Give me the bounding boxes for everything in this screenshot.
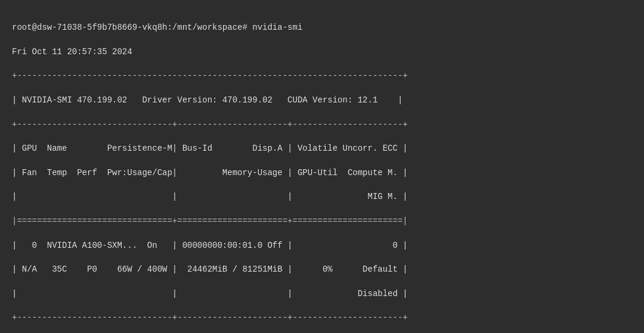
- smi-info-line: | NVIDIA-SMI 470.199.02 Driver Version: …: [12, 94, 632, 106]
- separator-double1: |===============================+=======…: [12, 215, 632, 227]
- datetime-line: Fri Oct 11 20:57:35 2024: [12, 46, 632, 58]
- gpu-data-line2: | N/A 35C P0 66W / 400W | 24462MiB / 812…: [12, 263, 632, 275]
- separator-mid1: +-------------------------------+-------…: [12, 119, 632, 130]
- separator-top: +---------------------------------------…: [12, 70, 632, 82]
- gpu-data-line1: | 0 NVIDIA A100-SXM... On | 00000000:00:…: [12, 239, 632, 251]
- prompt-line: root@dsw-71038-5f9b7b8669-vkq8h:/mnt/wor…: [12, 21, 632, 33]
- terminal-output: root@dsw-71038-5f9b7b8669-vkq8h:/mnt/wor…: [12, 10, 632, 333]
- gpu-data-line3: | | | Disabled |: [12, 288, 632, 300]
- gpu-header-line1: | GPU Name Persistence-M| Bus-Id Disp.A …: [12, 142, 632, 154]
- separator-bot1: +-------------------------------+-------…: [12, 312, 632, 323]
- gpu-header-line2: | Fan Temp Perf Pwr:Usage/Cap| Memory-Us…: [12, 167, 632, 179]
- gpu-header-line3: | | | MIG M. |: [12, 191, 632, 203]
